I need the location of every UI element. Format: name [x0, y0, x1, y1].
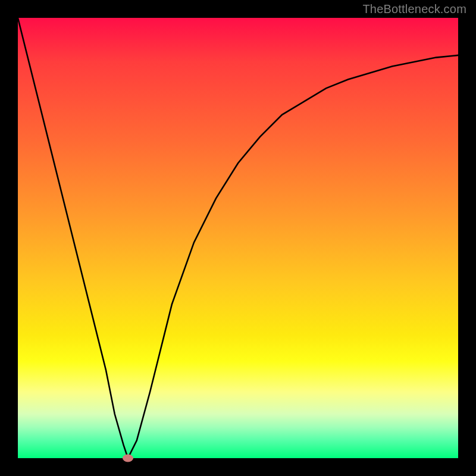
watermark-label: TheBottleneck.com [362, 2, 466, 16]
plot-area [18, 18, 458, 458]
minimum-marker [123, 455, 133, 462]
chart-stage: TheBottleneck.com [0, 0, 476, 476]
bottleneck-curve-path [18, 18, 458, 458]
curve-svg [18, 18, 458, 458]
